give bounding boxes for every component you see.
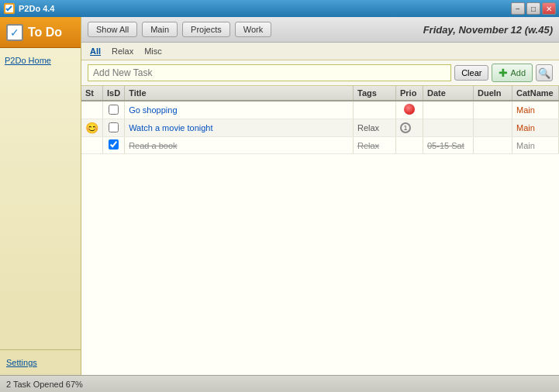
todo-label: To Do [28,26,62,40]
col-header-isdone: IsD [103,86,125,101]
sidebar-bottom: Settings [0,349,81,375]
row2-checkbox[interactable] [103,119,125,137]
row3-duein [474,137,512,154]
col-header-duein: DueIn [474,86,512,101]
filter-misc[interactable]: Misc [142,46,164,57]
row3-tags: Relax [354,137,396,154]
row2-status: 😊 [81,119,103,137]
row3-prio [396,137,423,154]
search-icon: 🔍 [538,67,550,79]
col-header-title: Title [125,86,354,101]
add-task-input[interactable] [88,64,451,81]
row3-title-text: Read a book [129,141,177,150]
sidebar: ✓ To Do P2Do Home Settings [0,17,81,375]
row1-catname: Main [512,101,559,119]
table-row: 😊 Watch a movie tonight Relax 1 [81,119,559,137]
row2-tags: Relax [354,119,396,137]
filter-all[interactable]: All [88,46,103,57]
app-title: P2Do 4.4 [19,4,511,13]
row3-done-checkbox[interactable] [109,139,119,150]
settings-link[interactable]: Settings [6,356,74,369]
statusbar: 2 Task Opened 67% [0,375,559,392]
table-row: Read a book Relax 05-15 Sat Main [81,137,559,154]
col-header-tags: Tags [354,86,396,101]
add-task-bar: Clear ✚ Add 🔍 [81,60,559,86]
row1-tags [354,101,396,119]
task-table: St IsD Title Tags Prio Date DueIn CatNam… [81,86,559,154]
projects-button[interactable]: Projects [182,22,230,37]
row2-prio-indicator: 1 [400,122,411,133]
todo-icon: ✓ [6,24,23,41]
row3-checkbox[interactable] [103,137,125,154]
table-row: Go shopping Main [81,101,559,119]
row1-duein [474,101,512,119]
statusbar-text: 2 Task Opened 67% [6,380,83,389]
main-content: Show All Main Projects Work Friday, Nove… [81,17,559,375]
row1-date [423,101,474,119]
app-icon [3,2,16,15]
window-controls: − □ ✕ [511,2,556,15]
row3-title: Read a book [125,137,354,154]
filter-tabs: All Relax Misc [81,43,559,60]
row1-title-link[interactable]: Go shopping [129,105,177,115]
work-button[interactable]: Work [235,22,271,37]
col-header-date: Date [423,86,474,101]
row2-smiley-icon: 😊 [85,122,98,134]
clear-button[interactable]: Clear [454,65,488,81]
todo-section: ✓ To Do [0,17,81,48]
row3-date: 05-15 Sat [423,137,474,154]
row2-catname: Main [512,119,559,137]
filter-relax[interactable]: Relax [109,46,136,57]
show-all-button[interactable]: Show All [88,22,137,37]
top-bar: Show All Main Projects Work Friday, Nove… [81,17,559,43]
row1-title: Go shopping [125,101,354,119]
sidebar-links: P2Do Home [0,48,81,349]
col-header-catname: CatName [512,86,559,101]
row3-catname: Main [512,137,559,154]
date-display: Friday, November 12 (w.45) [423,24,553,36]
row2-title-link[interactable]: Watch a movie tonight [129,123,212,132]
row1-prio [396,101,423,119]
row2-title: Watch a movie tonight [125,119,354,137]
add-label: Add [510,68,526,77]
col-header-st: St [81,86,103,101]
row1-done-checkbox[interactable] [109,105,119,115]
row2-date [423,119,474,137]
col-header-prio: Prio [396,86,423,101]
plus-icon: ✚ [499,67,508,79]
row2-duein [474,119,512,137]
close-button[interactable]: ✕ [542,2,556,15]
row1-checkbox[interactable] [103,101,125,119]
app-body: ✓ To Do P2Do Home Settings Show All Main… [0,17,559,375]
row1-status [81,101,103,119]
minimize-button[interactable]: − [511,2,525,15]
row2-done-checkbox[interactable] [109,122,119,132]
task-table-wrapper: St IsD Title Tags Prio Date DueIn CatNam… [81,86,559,375]
titlebar: P2Do 4.4 − □ ✕ [0,0,559,17]
row1-prio-indicator [404,104,415,115]
add-button[interactable]: ✚ Add [492,64,533,82]
maximize-button[interactable]: □ [526,2,540,15]
row3-status [81,137,103,154]
p2do-home-link[interactable]: P2Do Home [5,54,76,67]
main-button[interactable]: Main [142,22,178,37]
search-button[interactable]: 🔍 [536,64,553,81]
row2-prio: 1 [396,119,423,137]
